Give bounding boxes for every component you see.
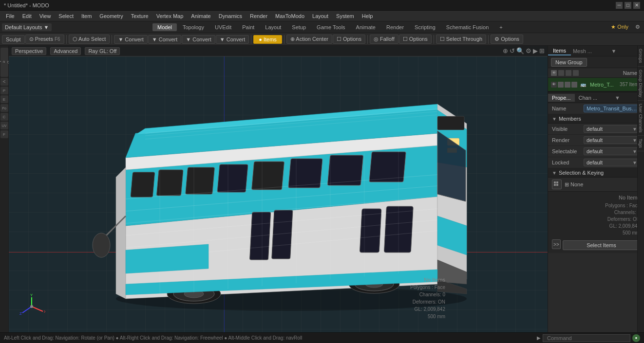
toolbar-separator-5: [367, 35, 368, 44]
tab-add[interactable]: +: [494, 23, 507, 31]
left-tool-c[interactable]: C: [0, 113, 8, 121]
vtab-group-display[interactable]: Group Display: [638, 67, 644, 101]
menu-item[interactable]: Item: [77, 12, 95, 20]
ray-off-button[interactable]: Ray GL: Off: [85, 47, 120, 55]
vtab-user-channels[interactable]: User Channels: [638, 101, 644, 136]
props-tab-expand[interactable]: ▼: [612, 94, 623, 102]
selectable-value[interactable]: default ▼: [584, 147, 640, 155]
viewport-icon-zoom[interactable]: 🔍: [516, 47, 524, 54]
props-tab-channels[interactable]: Chan ...: [575, 94, 602, 102]
row-icon-render[interactable]: [558, 82, 564, 88]
svg-rect-21: [250, 212, 271, 260]
close-button[interactable]: ✕: [633, 2, 640, 9]
left-tool-poly[interactable]: P: [0, 87, 8, 94]
viewport-icon-grid[interactable]: ⊞: [539, 47, 545, 54]
menu-geometry[interactable]: Geometry: [95, 12, 127, 20]
menu-edit[interactable]: Edit: [19, 12, 36, 20]
menu-select[interactable]: Select: [55, 12, 77, 20]
left-tool-deform[interactable]: Def: [0, 48, 8, 77]
menu-system[interactable]: System: [332, 12, 358, 20]
menu-vertex-map[interactable]: Vertex Map: [152, 12, 188, 20]
minimize-button[interactable]: ─: [616, 2, 623, 9]
star-only-label[interactable]: ★ Only: [608, 23, 631, 31]
rp-tab-expand[interactable]: ▼: [608, 47, 620, 55]
tab-setup[interactable]: Setup: [287, 23, 311, 31]
rp-tab-mesh[interactable]: Mesh ...: [571, 47, 594, 55]
menu-help[interactable]: Help: [358, 12, 377, 20]
deformers-label: Deformers: ON: [552, 216, 640, 223]
action-center-button[interactable]: ⊕ Action Center: [286, 35, 332, 44]
left-tool-poly2[interactable]: Po: [0, 104, 8, 112]
maximize-button[interactable]: □: [625, 2, 631, 9]
convert-button-3[interactable]: ▼ Convert: [182, 35, 215, 44]
tab-animate[interactable]: Animate: [351, 23, 380, 31]
layout-settings-button[interactable]: ⚙: [633, 23, 642, 31]
select-items-row: >> Select Items: [552, 238, 640, 250]
menu-layout[interactable]: Layout: [308, 12, 332, 20]
props-tab-properties[interactable]: Prope...: [548, 94, 575, 102]
tab-schematic[interactable]: Schematic Fusion: [441, 23, 493, 31]
options-2-button[interactable]: ☐ Options: [399, 35, 432, 44]
select-items-button[interactable]: Select Items: [563, 240, 640, 250]
viewport-icon-rotate[interactable]: ↺: [510, 47, 515, 54]
options-1-button[interactable]: ☐ Options: [333, 35, 365, 44]
menu-view[interactable]: View: [36, 12, 55, 20]
layout-tabs: Model Topology UVEdit Paint Layout Setup…: [53, 23, 607, 31]
vtab-groups[interactable]: Groups: [638, 46, 644, 67]
tab-paint[interactable]: Paint: [237, 23, 259, 31]
tab-model[interactable]: Model: [152, 23, 177, 31]
menu-file[interactable]: File: [2, 12, 19, 20]
left-tool-uv[interactable]: UV: [0, 122, 8, 129]
tab-game-tools[interactable]: Game Tools: [312, 23, 350, 31]
default-layouts-dropdown[interactable]: Default Layouts ▼: [2, 23, 52, 31]
row-icon-eye[interactable]: 👁: [551, 82, 557, 88]
menu-dynamics[interactable]: Dynamics: [215, 12, 246, 20]
svg-rect-14: [217, 164, 248, 192]
viewport-icon-settings[interactable]: ⚙: [526, 47, 531, 54]
sculpt-button[interactable]: Sculpt: [2, 35, 25, 44]
rp-tab-items[interactable]: Items: [548, 47, 571, 55]
selectable-text: default: [587, 148, 603, 154]
left-tool-vert[interactable]: V: [0, 78, 8, 86]
left-tool-edge[interactable]: E: [0, 95, 8, 103]
tab-layout[interactable]: Layout: [260, 23, 286, 31]
title-bar: * Untitled* - MODO ─ □ ✕: [0, 0, 644, 11]
locked-value[interactable]: default ▼: [584, 159, 640, 166]
items-button[interactable]: ● Items: [253, 35, 282, 44]
presets-button[interactable]: ⊙ Presets F6: [25, 35, 64, 44]
viewport-icon-move[interactable]: ⊕: [503, 47, 508, 54]
select-through-button[interactable]: ☐ Select Through: [436, 35, 486, 44]
window-controls[interactable]: ─ □ ✕: [616, 2, 640, 9]
toolbar-options-button[interactable]: ⚙ Options: [491, 35, 523, 44]
render-value[interactable]: default ▼: [584, 136, 640, 144]
item-row-metro[interactable]: 👁 🚌 Metro_T... 357 Items: [548, 78, 644, 91]
name-value[interactable]: Metro_Transit_Bus_E: [584, 105, 640, 112]
command-input[interactable]: [543, 334, 630, 342]
window-title: * Untitled* - MODO: [4, 2, 49, 8]
tab-topology[interactable]: Topology: [178, 23, 209, 31]
row-icon-lock[interactable]: [571, 82, 577, 88]
left-tool-f[interactable]: F: [0, 130, 8, 138]
convert-button-4[interactable]: ▼ Convert: [216, 35, 249, 44]
menu-texture[interactable]: Texture: [127, 12, 152, 20]
convert-button-2[interactable]: ▼ Convert: [148, 35, 181, 44]
menu-maxtomodo[interactable]: MaxToModo: [271, 12, 308, 20]
tab-uvedit[interactable]: UVEdit: [210, 23, 236, 31]
new-group-button[interactable]: New Group: [551, 58, 587, 67]
menu-animate[interactable]: Animate: [187, 12, 214, 20]
row-icon-select[interactable]: [565, 82, 570, 88]
perspective-button[interactable]: Perspective: [12, 47, 46, 55]
convert-button-1[interactable]: ▼ Convert: [114, 35, 147, 44]
tab-scripting[interactable]: Scripting: [410, 23, 440, 31]
viewport[interactable]: Perspective Advanced Ray GL: Off ⊕ ↺ 🔍 ⚙…: [9, 46, 548, 332]
vtab-tags[interactable]: Tags: [638, 136, 644, 151]
bottom-info: No Items Polygons : Face Channels: 0 Def…: [410, 276, 445, 321]
expand-button[interactable]: >>: [552, 239, 561, 249]
tab-render[interactable]: Render: [381, 23, 409, 31]
falloff-button[interactable]: ◎ Falloff: [370, 35, 398, 44]
advanced-button[interactable]: Advanced: [50, 47, 81, 55]
menu-render[interactable]: Render: [246, 12, 271, 20]
auto-select-button[interactable]: ⬡ Auto Select: [69, 35, 110, 44]
viewport-icon-play[interactable]: ▶: [533, 47, 538, 54]
visible-value[interactable]: default ▼: [584, 125, 640, 133]
